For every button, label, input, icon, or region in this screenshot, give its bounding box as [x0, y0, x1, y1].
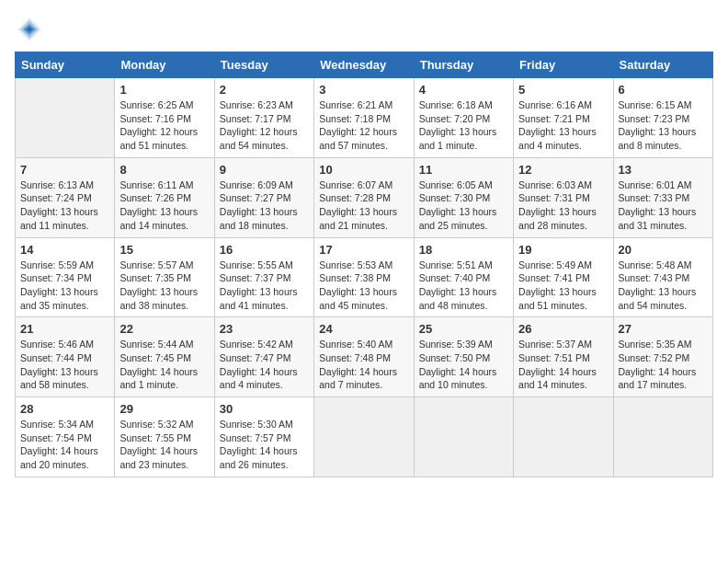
day-number: 19 [518, 243, 608, 257]
week-row-4: 21Sunrise: 5:46 AMSunset: 7:44 PMDayligh… [16, 317, 713, 397]
day-cell: 30Sunrise: 5:30 AMSunset: 7:57 PMDayligh… [214, 397, 313, 477]
logo [15, 15, 48, 44]
day-cell: 19Sunrise: 5:49 AMSunset: 7:41 PMDayligh… [514, 237, 613, 317]
weekday-header-sunday: Sunday [16, 52, 115, 78]
day-info: Sunrise: 6:25 AMSunset: 7:16 PMDaylight:… [119, 98, 209, 153]
day-cell: 16Sunrise: 5:55 AMSunset: 7:37 PMDayligh… [214, 237, 313, 317]
day-cell: 17Sunrise: 5:53 AMSunset: 7:38 PMDayligh… [314, 237, 414, 317]
day-cell: 15Sunrise: 5:57 AMSunset: 7:35 PMDayligh… [115, 237, 214, 317]
weekday-header-saturday: Saturday [613, 52, 712, 78]
day-cell: 3Sunrise: 6:21 AMSunset: 7:18 PMDaylight… [314, 78, 414, 158]
day-cell: 21Sunrise: 5:46 AMSunset: 7:44 PMDayligh… [16, 317, 115, 397]
day-number: 16 [220, 243, 309, 257]
day-cell: 27Sunrise: 5:35 AMSunset: 7:52 PMDayligh… [613, 317, 712, 397]
day-info: Sunrise: 6:21 AMSunset: 7:18 PMDaylight:… [319, 98, 408, 153]
week-row-3: 14Sunrise: 5:59 AMSunset: 7:34 PMDayligh… [16, 237, 713, 317]
day-info: Sunrise: 5:35 AMSunset: 7:52 PMDaylight:… [619, 338, 708, 392]
day-info: Sunrise: 6:13 AMSunset: 7:24 PMDaylight:… [20, 178, 109, 233]
day-info: Sunrise: 6:18 AMSunset: 7:20 PMDaylight:… [419, 98, 508, 153]
weekday-header-friday: Friday [514, 52, 613, 78]
day-info: Sunrise: 6:07 AMSunset: 7:28 PMDaylight:… [319, 178, 408, 233]
day-info: Sunrise: 6:03 AMSunset: 7:31 PMDaylight:… [518, 178, 608, 233]
day-number: 10 [319, 163, 408, 177]
day-cell: 25Sunrise: 5:39 AMSunset: 7:50 PMDayligh… [414, 317, 513, 397]
day-cell: 18Sunrise: 5:51 AMSunset: 7:40 PMDayligh… [414, 237, 513, 317]
day-info: Sunrise: 5:37 AMSunset: 7:51 PMDaylight:… [518, 338, 608, 392]
day-cell [16, 78, 115, 158]
day-cell: 8Sunrise: 6:11 AMSunset: 7:26 PMDaylight… [115, 157, 214, 237]
day-number: 22 [119, 322, 209, 336]
weekday-header-thursday: Thursday [414, 52, 513, 78]
day-number: 13 [619, 163, 708, 177]
day-number: 25 [419, 322, 508, 336]
week-row-5: 28Sunrise: 5:34 AMSunset: 7:54 PMDayligh… [16, 397, 713, 477]
day-info: Sunrise: 5:30 AMSunset: 7:57 PMDaylight:… [220, 418, 309, 472]
day-cell [514, 397, 613, 477]
day-number: 23 [220, 322, 309, 336]
day-cell: 20Sunrise: 5:48 AMSunset: 7:43 PMDayligh… [613, 237, 712, 317]
day-cell [314, 397, 414, 477]
logo-icon [15, 15, 44, 44]
day-info: Sunrise: 6:09 AMSunset: 7:27 PMDaylight:… [220, 178, 309, 233]
day-number: 20 [619, 243, 708, 257]
day-info: Sunrise: 6:16 AMSunset: 7:21 PMDaylight:… [518, 98, 608, 153]
day-cell: 6Sunrise: 6:15 AMSunset: 7:23 PMDaylight… [613, 78, 712, 158]
day-cell: 1Sunrise: 6:25 AMSunset: 7:16 PMDaylight… [115, 78, 214, 158]
day-number: 12 [518, 163, 608, 177]
day-number: 24 [319, 322, 408, 336]
day-info: Sunrise: 5:39 AMSunset: 7:50 PMDaylight:… [419, 338, 508, 392]
day-info: Sunrise: 5:44 AMSunset: 7:45 PMDaylight:… [119, 338, 209, 392]
day-cell: 26Sunrise: 5:37 AMSunset: 7:51 PMDayligh… [514, 317, 613, 397]
day-cell: 13Sunrise: 6:01 AMSunset: 7:33 PMDayligh… [613, 157, 712, 237]
day-cell: 24Sunrise: 5:40 AMSunset: 7:48 PMDayligh… [314, 317, 414, 397]
page-header [15, 15, 713, 44]
day-number: 1 [119, 83, 209, 97]
day-number: 6 [619, 83, 708, 97]
day-info: Sunrise: 5:32 AMSunset: 7:55 PMDaylight:… [119, 418, 209, 472]
day-number: 17 [319, 243, 408, 257]
day-cell: 9Sunrise: 6:09 AMSunset: 7:27 PMDaylight… [214, 157, 313, 237]
day-cell: 28Sunrise: 5:34 AMSunset: 7:54 PMDayligh… [16, 397, 115, 477]
weekday-header-monday: Monday [115, 52, 214, 78]
day-number: 2 [220, 83, 309, 97]
day-number: 9 [220, 163, 309, 177]
day-number: 15 [119, 243, 209, 257]
day-number: 28 [20, 402, 109, 416]
day-cell: 10Sunrise: 6:07 AMSunset: 7:28 PMDayligh… [314, 157, 414, 237]
weekday-header-row: SundayMondayTuesdayWednesdayThursdayFrid… [16, 52, 713, 78]
day-cell: 2Sunrise: 6:23 AMSunset: 7:17 PMDaylight… [214, 78, 313, 158]
day-info: Sunrise: 5:59 AMSunset: 7:34 PMDaylight:… [20, 259, 109, 313]
day-cell: 14Sunrise: 5:59 AMSunset: 7:34 PMDayligh… [16, 237, 115, 317]
day-number: 18 [419, 243, 508, 257]
calendar-table: SundayMondayTuesdayWednesdayThursdayFrid… [15, 52, 713, 477]
day-cell: 22Sunrise: 5:44 AMSunset: 7:45 PMDayligh… [115, 317, 214, 397]
day-number: 3 [319, 83, 408, 97]
day-cell: 11Sunrise: 6:05 AMSunset: 7:30 PMDayligh… [414, 157, 513, 237]
day-info: Sunrise: 5:49 AMSunset: 7:41 PMDaylight:… [518, 259, 608, 313]
day-number: 21 [20, 322, 109, 336]
weekday-header-wednesday: Wednesday [314, 52, 414, 78]
week-row-1: 1Sunrise: 6:25 AMSunset: 7:16 PMDaylight… [16, 78, 713, 158]
day-info: Sunrise: 5:42 AMSunset: 7:47 PMDaylight:… [220, 338, 309, 392]
day-cell [613, 397, 712, 477]
day-info: Sunrise: 5:53 AMSunset: 7:38 PMDaylight:… [319, 259, 408, 313]
day-info: Sunrise: 5:48 AMSunset: 7:43 PMDaylight:… [619, 259, 708, 313]
day-info: Sunrise: 5:40 AMSunset: 7:48 PMDaylight:… [319, 338, 408, 392]
day-number: 14 [20, 243, 109, 257]
day-info: Sunrise: 6:23 AMSunset: 7:17 PMDaylight:… [220, 98, 309, 153]
day-info: Sunrise: 6:15 AMSunset: 7:23 PMDaylight:… [619, 98, 708, 153]
day-number: 7 [20, 163, 109, 177]
week-row-2: 7Sunrise: 6:13 AMSunset: 7:24 PMDaylight… [16, 157, 713, 237]
day-info: Sunrise: 5:57 AMSunset: 7:35 PMDaylight:… [119, 259, 209, 313]
day-cell: 23Sunrise: 5:42 AMSunset: 7:47 PMDayligh… [214, 317, 313, 397]
day-cell: 12Sunrise: 6:03 AMSunset: 7:31 PMDayligh… [514, 157, 613, 237]
day-info: Sunrise: 6:01 AMSunset: 7:33 PMDaylight:… [619, 178, 708, 233]
day-number: 8 [119, 163, 209, 177]
day-info: Sunrise: 6:11 AMSunset: 7:26 PMDaylight:… [119, 178, 209, 233]
day-cell: 5Sunrise: 6:16 AMSunset: 7:21 PMDaylight… [514, 78, 613, 158]
day-number: 4 [419, 83, 508, 97]
day-info: Sunrise: 5:34 AMSunset: 7:54 PMDaylight:… [20, 418, 109, 472]
day-cell: 7Sunrise: 6:13 AMSunset: 7:24 PMDaylight… [16, 157, 115, 237]
day-cell: 29Sunrise: 5:32 AMSunset: 7:55 PMDayligh… [115, 397, 214, 477]
day-info: Sunrise: 5:46 AMSunset: 7:44 PMDaylight:… [20, 338, 109, 392]
